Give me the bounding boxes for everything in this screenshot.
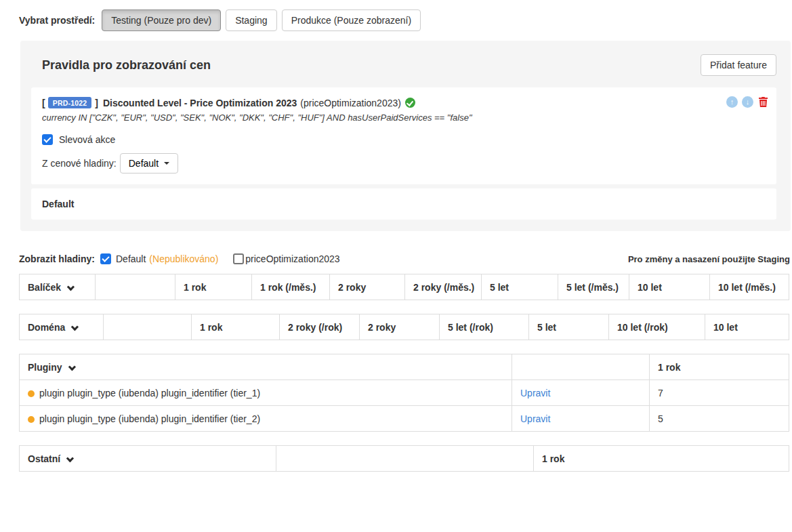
rule-name: Discounted Level - Price Optimization 20…	[103, 98, 297, 108]
table-balicek: Balíček 1 rok 1 rok (/měs.) 2 roky 2 rok…	[19, 274, 789, 300]
table-pluginy-header-row: Pluginy 1 rok	[20, 354, 789, 380]
delete-rule-icon[interactable]	[759, 97, 768, 107]
environment-label: Vybrat prostředí:	[19, 15, 95, 26]
panel-header: Pravidla pro zobrazování cen Přidat feat…	[31, 54, 776, 76]
edit-link[interactable]: Upravit	[520, 413, 550, 424]
add-feature-button[interactable]: Přidat feature	[701, 54, 776, 76]
column-header	[276, 446, 534, 472]
discount-checkbox-label: Slevová akce	[59, 134, 115, 145]
column-header	[104, 314, 192, 340]
column-header: 10 let (/rok)	[609, 314, 705, 340]
level-default-status: (Nepublikováno)	[149, 253, 218, 264]
column-header: 5 let	[529, 314, 609, 340]
column-header: 2 roky	[360, 314, 440, 340]
rule-bracket-open: [	[42, 98, 45, 108]
staging-note: Pro změny a nasazení použijte Staging	[628, 254, 790, 264]
chevron-down-icon	[67, 283, 75, 290]
table-balicek-title[interactable]: Balíček	[20, 274, 96, 300]
column-header: 5 let	[482, 274, 558, 300]
table-pluginy-title[interactable]: Pluginy	[20, 354, 512, 380]
edit-link[interactable]: Upravit	[520, 388, 550, 398]
move-up-icon[interactable]: ↑	[726, 96, 738, 108]
column-header: 1 rok	[534, 446, 789, 472]
rule-id-badge: PRD-1022	[48, 97, 92, 108]
table-pluginy: Pluginy 1 rok plugin plugin_type (iubend…	[19, 354, 789, 432]
plugin-action-cell: Upravit	[512, 380, 650, 406]
level-priceoptimization-label: priceOptimization2023	[245, 253, 339, 264]
level-priceoptimization-checkbox[interactable]	[233, 253, 244, 264]
column-header: 5 let (/rok)	[440, 314, 529, 340]
plugin-name-cell: plugin plugin_type (iubenda) plugin_iden…	[20, 406, 512, 432]
column-header	[512, 354, 650, 380]
rule-title-line: [ PRD-1022 ] Discounted Level - Price Op…	[42, 97, 766, 108]
column-header: 10 let	[705, 314, 789, 340]
table-ostatni: Ostatní 1 rok	[19, 445, 789, 472]
discount-checkbox[interactable]	[42, 134, 53, 145]
column-header	[96, 274, 175, 300]
column-header: 1 rok	[192, 314, 280, 340]
price-level-row: Z cenové hladiny: Default	[42, 153, 766, 173]
plugin-status-icon	[28, 390, 35, 397]
plugin-action-cell: Upravit	[512, 406, 650, 432]
rule-bracket-close: ]	[95, 98, 98, 108]
chevron-down-icon	[66, 454, 74, 462]
show-levels-bar: Zobrazit hladiny: Default (Nepublikováno…	[19, 253, 790, 264]
env-button-produkce[interactable]: Produkce (Pouze zobrazení)	[282, 9, 421, 31]
env-button-staging[interactable]: Staging	[226, 9, 276, 31]
rule-active-check-icon	[405, 98, 415, 108]
table-ostatni-header-row: Ostatní 1 rok	[20, 446, 789, 472]
price-level-value: Default	[129, 158, 159, 169]
column-header: 2 roky (/rok)	[280, 314, 360, 340]
env-button-testing[interactable]: Testing (Pouze pro dev)	[102, 9, 221, 31]
chevron-down-icon	[71, 323, 79, 330]
column-header: 2 roky (/měs.)	[405, 274, 482, 300]
column-header: 2 roky	[330, 274, 405, 300]
level-default-label: Default	[116, 253, 146, 264]
table-balicek-header-row: Balíček 1 rok 1 rok (/měs.) 2 roky 2 rok…	[20, 274, 789, 300]
column-header: 10 let	[629, 274, 710, 300]
rule-key: (priceOptimization2023)	[300, 98, 401, 108]
level-option-priceoptimization: priceOptimization2023	[233, 253, 339, 264]
level-option-default: Default (Nepublikováno)	[100, 253, 218, 264]
rule-card: [ PRD-1022 ] Discounted Level - Price Op…	[31, 87, 776, 184]
column-header: 5 let (/měs.)	[558, 274, 629, 300]
column-header: 10 let (/měs.)	[710, 274, 789, 300]
rule-actions: ↑ ↓	[722, 96, 768, 108]
price-level-label: Z cenové hladiny:	[42, 158, 117, 169]
table-domena-header-row: Doména 1 rok 2 roky (/rok) 2 roky 5 let …	[20, 314, 789, 340]
plugin-value-cell: 5	[650, 406, 789, 432]
rule-condition: currency IN ["CZK", "EUR", "USD", "SEK",…	[42, 112, 766, 123]
plugin-status-icon	[28, 416, 35, 423]
default-section[interactable]: Default	[31, 188, 776, 220]
table-ostatni-title[interactable]: Ostatní	[20, 446, 276, 472]
plugin-row: plugin plugin_type (iubenda) plugin_iden…	[20, 406, 789, 432]
discount-checkbox-row: Slevová akce	[42, 134, 766, 145]
column-header: 1 rok (/měs.)	[252, 274, 330, 300]
price-level-dropdown[interactable]: Default	[120, 153, 178, 173]
price-rules-panel: Pravidla pro zobrazování cen Přidat feat…	[20, 41, 791, 231]
level-default-checkbox[interactable]	[100, 253, 111, 264]
table-domena-title[interactable]: Doména	[20, 314, 104, 340]
plugin-name-cell: plugin plugin_type (iubenda) plugin_iden…	[20, 380, 512, 406]
plugin-row: plugin plugin_type (iubenda) plugin_iden…	[20, 380, 789, 406]
move-down-icon[interactable]: ↓	[742, 96, 753, 108]
show-levels-label: Zobrazit hladiny:	[19, 253, 95, 264]
plugin-value-cell: 7	[650, 380, 789, 406]
chevron-down-icon	[164, 162, 169, 165]
panel-title: Pravidla pro zobrazování cen	[42, 58, 211, 73]
column-header: 1 rok	[175, 274, 252, 300]
column-header: 1 rok	[650, 354, 789, 380]
chevron-down-icon	[68, 363, 75, 370]
environment-selector: Vybrat prostředí: Testing (Pouze pro dev…	[19, 9, 792, 31]
table-domena: Doména 1 rok 2 roky (/rok) 2 roky 5 let …	[19, 314, 789, 340]
